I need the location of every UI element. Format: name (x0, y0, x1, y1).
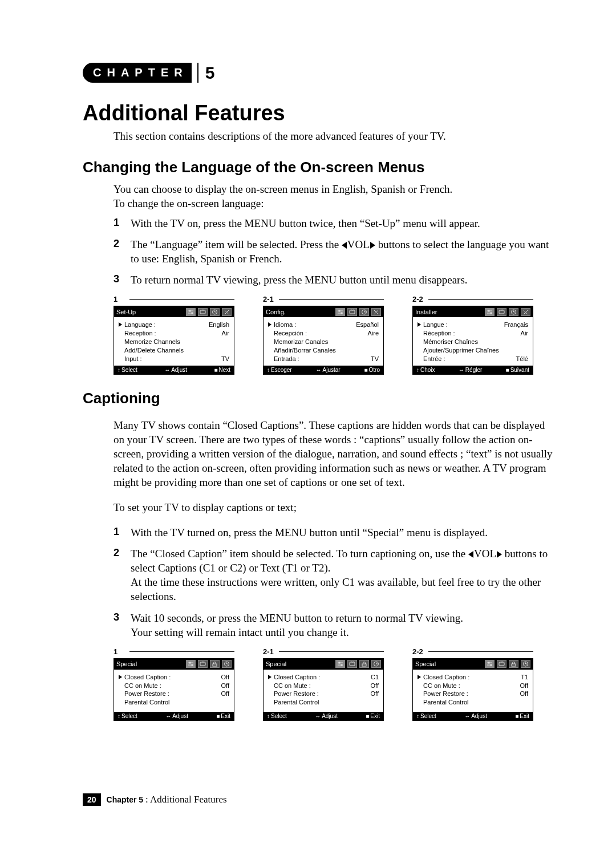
osd-row-value: Air (521, 329, 528, 338)
osd-row-value: Télé (516, 355, 528, 363)
osd-row-value: Off (221, 682, 229, 690)
osd-title: Special (266, 660, 289, 667)
svg-rect-43 (213, 664, 217, 666)
triangle-left-icon (468, 551, 473, 558)
osd-row-value: Français (504, 321, 528, 329)
triangle-right-icon (497, 551, 502, 558)
svg-rect-2 (189, 310, 191, 311)
osd-row-key: Power Restore : (418, 690, 468, 698)
cap-step-1-text: With the TV turned on, press the MENU bu… (131, 526, 488, 538)
osd-step-label: 2-2 (412, 647, 533, 656)
osd-row: Closed Caption :T1 (418, 673, 528, 682)
osd-row: Idioma :Español (268, 321, 379, 329)
osd-row: Parental Control (119, 698, 229, 707)
osd-block: 2-2InstallerLangue :FrançaisRéception :A… (412, 295, 533, 374)
svg-rect-38 (189, 662, 191, 663)
osd-tab-sliders-icon (485, 660, 495, 668)
step-2-text-a: The “Language” item will be selected. Pr… (131, 238, 342, 250)
section-heading-captioning: Captioning (83, 390, 553, 407)
osd-menu: Config.Idioma :EspañolRecepción :AireMem… (263, 306, 384, 374)
osd-row-value: Aire (367, 329, 379, 338)
svg-rect-51 (350, 662, 355, 666)
osd-tab-sliders-icon (186, 660, 196, 668)
osd-tab-clock-icon (521, 660, 530, 668)
osd-footer-hint: Exit (366, 713, 380, 719)
osd-tab-sliders-icon (485, 308, 495, 316)
vol-label: VOL (474, 548, 496, 560)
osd-body: Language :EnglishReception :AirMemorize … (114, 317, 234, 365)
osd-row-captioning: 1SpecialClosed Caption :OffCC on Mute :O… (114, 647, 553, 721)
svg-rect-54 (362, 664, 366, 666)
osd-row: Reception :Air (119, 329, 229, 338)
osd-footer-hint: Select (117, 367, 137, 373)
svg-rect-50 (341, 664, 342, 666)
cap-step-3: 3 Wait 10 seconds, or press the MENU but… (114, 611, 553, 639)
osd-row-key: Réception : (418, 329, 455, 338)
osd-row: CC on Mute :Off (268, 682, 379, 690)
osd-row-value: Off (520, 682, 528, 690)
chapter-badge: CHAPTER 5 (83, 63, 225, 83)
osd-titlebar: Set-Up (114, 306, 234, 317)
osd-row: Entrada :TV (268, 355, 379, 363)
osd-title: Config. (266, 309, 288, 315)
osd-footer-hint: Exit (216, 713, 230, 719)
osd-tab-tv-icon (347, 308, 357, 316)
svg-rect-65 (512, 664, 516, 666)
section-heading-language: Changing the Language of the On-screen M… (83, 159, 553, 176)
osd-row: Memorize Channels (119, 338, 229, 346)
osd-row-key: Entrada : (268, 355, 299, 363)
osd-row: CC on Mute :Off (418, 682, 528, 690)
osd-step-label: 2-2 (412, 295, 533, 303)
osd-footer-hint: Escoger (267, 367, 292, 373)
osd-tab-tv-icon (347, 660, 357, 668)
osd-footer-hint: Adjust (464, 713, 487, 719)
svg-rect-27 (491, 313, 492, 314)
svg-rect-60 (488, 662, 489, 663)
osd-row-key: CC on Mute : (268, 682, 311, 690)
osd-row-key: Ajouter/Supprimer Chaînes (418, 346, 499, 355)
osd-footer-hint: Select (416, 713, 436, 719)
osd-footer-hint: Choix (416, 367, 435, 373)
osd-row: Recepción :Aire (268, 329, 379, 338)
osd-row: Input :TV (119, 355, 229, 363)
section1-p1b: To change the on-screen language: (114, 197, 264, 209)
section2-p2: To set your TV to display captions or te… (114, 500, 553, 514)
svg-rect-3 (192, 313, 193, 314)
osd-row: Closed Caption :C1 (268, 673, 379, 682)
osd-row-key: Langue : (418, 321, 448, 329)
osd-block: 2-2SpecialClosed Caption :T1CC on Mute :… (412, 647, 533, 721)
osd-row-value: English (209, 321, 229, 329)
osd-footer-hint: Régler (459, 367, 482, 373)
osd-row-key: CC on Mute : (418, 682, 460, 690)
osd-row: Closed Caption :Off (119, 673, 229, 682)
osd-footer: ChoixRéglerSuivant (413, 366, 533, 374)
cap-step-2: 2 The “Closed Caption” item should be se… (114, 546, 553, 603)
osd-tab-sliders-icon (335, 308, 345, 316)
osd-tab-tv-icon (497, 308, 506, 316)
step-3: 3To return normal TV viewing, press the … (114, 273, 553, 287)
osd-row-key: Closed Caption : (119, 673, 171, 682)
osd-menu: SpecialClosed Caption :C1CC on Mute :Off… (263, 658, 384, 721)
osd-row-key: Input : (119, 355, 142, 363)
osd-body: Langue :FrançaisRéception :AirMémoriser … (413, 317, 533, 365)
section1-lead: You can choose to display the on-screen … (114, 182, 553, 210)
osd-row-key: Closed Caption : (418, 673, 469, 682)
osd-row-key: Parental Control (418, 698, 469, 707)
chapter-number: 5 (197, 63, 225, 83)
svg-rect-16 (350, 310, 355, 314)
osd-tab-tools-icon (521, 308, 530, 316)
osd-title: Special (415, 660, 438, 667)
osd-tab-clock-icon (509, 308, 518, 316)
osd-titlebar: Special (264, 659, 383, 670)
footer-chapter: Chapter 5 (107, 795, 144, 804)
osd-row-value: Español (356, 321, 379, 329)
osd-tab-lock-icon (210, 660, 220, 668)
osd-tab-clock-icon (371, 660, 381, 668)
osd-block: 1SpecialClosed Caption :OffCC on Mute :O… (114, 647, 234, 721)
triangle-right-icon (370, 242, 375, 249)
osd-tab-clock-icon (210, 308, 220, 316)
osd-title: Installer (415, 309, 440, 315)
osd-footer-hint: Select (267, 713, 287, 719)
osd-menu: SpecialClosed Caption :T1CC on Mute :Off… (412, 658, 533, 721)
osd-footer-hint: Adjust (165, 713, 188, 719)
